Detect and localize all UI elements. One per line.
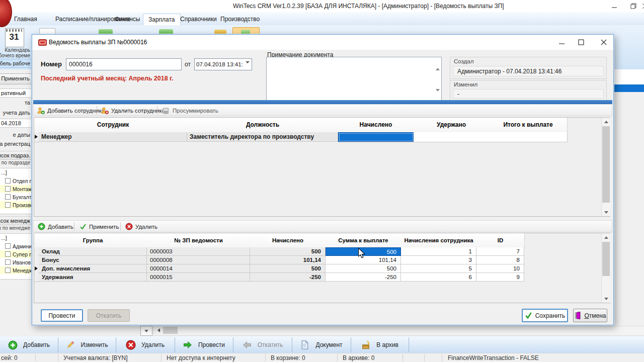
id-cell[interactable]: 10	[476, 264, 524, 273]
accrued-cell[interactable]: 500	[250, 247, 326, 256]
emp-accrual-id-cell[interactable]: 3	[401, 256, 476, 264]
id-cell[interactable]: 8	[476, 256, 524, 264]
sidebar-mgr-search[interactable]: ск по менедже	[0, 225, 32, 231]
scroll-down-icon[interactable]	[436, 92, 440, 101]
toolbar-document-button[interactable]: Документ	[292, 336, 351, 353]
group-cell[interactable]: Удержания	[39, 273, 147, 282]
statement-no-cell[interactable]: 0000003	[147, 247, 250, 256]
tab-proizvodstvo[interactable]: Производство	[215, 14, 265, 25]
mgr-item-2[interactable]: Иванов	[0, 258, 32, 266]
toolbar-add-button[interactable]: Добавить	[0, 336, 58, 353]
scroll-down-icon[interactable]	[602, 295, 610, 303]
column-header-payout[interactable]: Сумма к выплате	[326, 233, 401, 248]
mgr-item-3[interactable]: Менедж	[0, 266, 32, 274]
payout-cell[interactable]: 500	[326, 264, 401, 273]
sidebar-dept-search[interactable]: ск по подразде	[0, 160, 32, 165]
sidebar-field-operative[interactable]: ративный	[0, 88, 32, 98]
group-cell[interactable]: Бонус	[39, 256, 147, 264]
dialog-minimize-icon[interactable]	[554, 35, 570, 50]
calendar-31-icon[interactable]: 31	[5, 28, 24, 47]
statement-no-cell[interactable]: 0000008	[147, 256, 250, 264]
accrued-cell-selected[interactable]	[338, 132, 414, 142]
scroll-up-icon[interactable]	[602, 118, 610, 126]
toolbar-post-button[interactable]: Провести	[175, 336, 233, 353]
minimize-icon[interactable]	[606, 0, 623, 12]
post-button[interactable]: Провести	[41, 309, 83, 322]
employee-cell[interactable]: Менеджер	[39, 132, 187, 142]
column-header-withheld[interactable]: Удержано	[414, 118, 490, 133]
id-cell[interactable]: 7	[476, 247, 524, 256]
cancel-button[interactable]: Отмена	[573, 309, 607, 322]
accrual-delete-button[interactable]: Удалить	[125, 222, 157, 231]
column-header-position[interactable]: Должность	[187, 118, 339, 133]
dialog-close-icon[interactable]	[596, 35, 612, 50]
tab-glavnaya[interactable]: Главная	[9, 14, 42, 25]
number-input[interactable]: 0000016	[66, 58, 182, 70]
scroll-down-icon[interactable]	[602, 208, 610, 216]
accrued-cell[interactable]: -250	[250, 273, 326, 282]
toolbar-archive-button[interactable]: В архив	[351, 336, 409, 353]
checkbox-icon[interactable]	[5, 202, 11, 208]
statement-no-cell[interactable]: 0000015	[147, 273, 250, 282]
toolbar-edit-button[interactable]: Изменить	[58, 336, 116, 353]
dept-item-3[interactable]: Произво	[0, 201, 32, 209]
accrued-cell[interactable]: 101,14	[250, 256, 326, 264]
position-cell[interactable]: Заместитель директора по производству	[187, 132, 338, 142]
emp-accrual-id-cell[interactable]: 1	[401, 247, 476, 256]
save-button[interactable]: Сохранить	[522, 309, 568, 322]
scroll-left-icon[interactable]	[154, 326, 163, 334]
mgr-item-0[interactable]: Админис	[0, 242, 32, 250]
date-combo[interactable]: 07.04.2018 13:41:4	[194, 58, 252, 70]
close-icon[interactable]	[638, 0, 644, 12]
column-header-statement-no[interactable]: № ЗП ведомости	[147, 233, 251, 248]
payout-cell[interactable]: -250	[326, 273, 401, 282]
dept-item-2[interactable]: Бухгалт	[0, 193, 32, 201]
checkbox-icon[interactable]	[5, 259, 11, 265]
employee-table-scrollbar[interactable]	[601, 118, 610, 216]
blue-splitter-band[interactable]	[33, 100, 612, 104]
ribbon-selected-item[interactable]: бель рабоче	[0, 59, 32, 68]
chevron-down-icon[interactable]	[246, 63, 250, 72]
add-employee-button[interactable]: Добавить сотрудника	[37, 106, 105, 115]
chevron-down-icon[interactable]	[140, 326, 152, 336]
tab-finansy[interactable]: Финансы	[110, 14, 145, 25]
scrollbar-thumb[interactable]	[163, 327, 178, 334]
horizontal-scrollbar[interactable]	[153, 326, 644, 336]
column-header-accrued[interactable]: Начислено	[250, 233, 326, 248]
note-textarea[interactable]	[266, 57, 442, 103]
column-header-group[interactable]: Группа	[39, 233, 147, 248]
mgr-item-1[interactable]: Супер п	[0, 250, 32, 258]
checkbox-icon[interactable]	[5, 251, 11, 257]
accrued-cell[interactable]: 500	[250, 264, 326, 273]
accrual-add-button[interactable]: Добавить	[38, 222, 73, 231]
scroll-up-icon[interactable]	[602, 233, 610, 241]
emp-accrual-id-cell[interactable]: 5	[401, 264, 476, 273]
total-cell[interactable]	[489, 132, 568, 142]
checkbox-icon[interactable]	[5, 194, 11, 200]
toolbar-delete-button[interactable]: Удалить	[116, 336, 175, 353]
mgr-all-item[interactable]: ...]	[1, 235, 7, 241]
emp-accrual-id-cell[interactable]: 6	[401, 273, 476, 282]
accrual-apply-button[interactable]: Применить	[79, 222, 119, 231]
accrual-table-scrollbar[interactable]	[601, 233, 610, 303]
withheld-cell[interactable]	[414, 132, 490, 142]
dept-item-1[interactable]: Монтаж	[0, 185, 32, 193]
scrollbar-thumb[interactable]	[602, 126, 610, 203]
id-cell[interactable]: 9	[476, 273, 524, 282]
statement-no-cell[interactable]: 0000014	[147, 264, 250, 273]
dept-all-item[interactable]: ...]	[1, 169, 7, 175]
column-header-employee[interactable]: Сотрудник	[39, 118, 188, 133]
tab-spravochniki[interactable]: Справочники	[175, 14, 222, 25]
sidebar-apply-button[interactable]: Применить	[0, 73, 32, 84]
column-header-emp-accrual-id[interactable]: Начисления сотрудника ID	[401, 233, 477, 248]
checkbox-icon[interactable]	[5, 243, 11, 249]
group-cell[interactable]: Оклад	[39, 247, 147, 256]
scroll-up-icon[interactable]	[436, 59, 440, 68]
group-cell[interactable]: Доп. начисления	[39, 264, 147, 273]
checkbox-icon[interactable]	[5, 267, 11, 273]
remove-employee-button[interactable]: Удалить сотрудника	[101, 106, 165, 115]
toolbar-rollback-button[interactable]: Откатить	[233, 336, 292, 353]
checkbox-icon[interactable]	[5, 186, 11, 192]
rollback-button[interactable]: Откатить	[88, 309, 130, 322]
checkbox-icon[interactable]	[5, 178, 11, 184]
